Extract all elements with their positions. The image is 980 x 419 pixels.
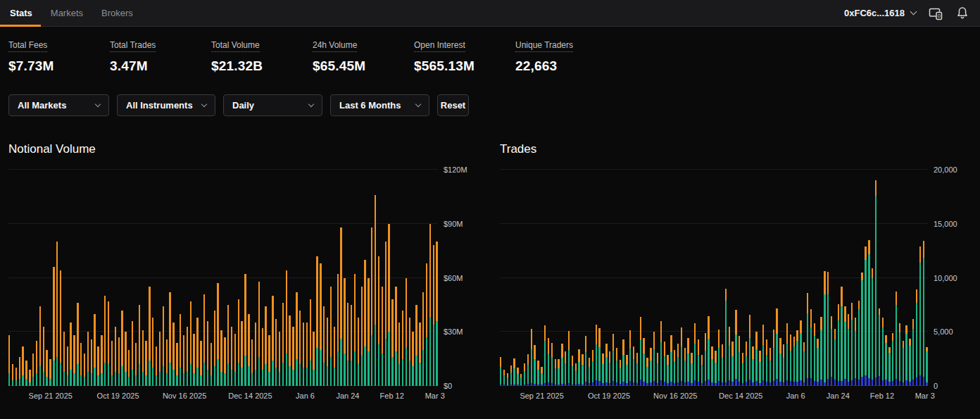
bar[interactable] [265, 170, 266, 386]
bar[interactable] [705, 170, 706, 386]
bar[interactable] [80, 170, 82, 386]
bar[interactable] [43, 170, 44, 386]
bar[interactable] [91, 170, 92, 386]
bar[interactable] [885, 170, 886, 386]
bar[interactable] [585, 170, 586, 386]
bar[interactable] [882, 170, 884, 386]
bar[interactable] [814, 170, 815, 386]
bar[interactable] [70, 170, 71, 386]
bar[interactable] [701, 170, 703, 386]
bar[interactable] [551, 170, 553, 386]
bar[interactable] [203, 170, 205, 386]
bar[interactable] [323, 170, 325, 386]
bar[interactable] [310, 170, 311, 386]
bar[interactable] [892, 170, 893, 386]
bar[interactable] [238, 170, 239, 386]
interval-filter-dropdown[interactable]: Daily [223, 94, 322, 116]
bar[interactable] [578, 170, 579, 386]
bar[interactable] [149, 170, 150, 386]
bar[interactable] [388, 170, 389, 386]
bar[interactable] [378, 170, 379, 386]
bar[interactable] [561, 170, 563, 386]
bar[interactable] [643, 170, 644, 386]
bar[interactable] [8, 170, 10, 386]
bar[interactable] [537, 170, 539, 386]
bar[interactable] [722, 170, 723, 386]
bar[interactable] [375, 170, 376, 386]
bar[interactable] [67, 170, 68, 386]
bar[interactable] [94, 170, 95, 386]
bar[interactable] [596, 170, 597, 386]
bar[interactable] [923, 170, 924, 386]
bar[interactable] [87, 170, 89, 386]
bar[interactable] [77, 170, 78, 386]
bar[interactable] [371, 170, 372, 386]
bar[interactable] [749, 170, 750, 386]
devices-icon[interactable]: 0 [929, 6, 943, 20]
bar[interactable] [865, 170, 866, 386]
bar[interactable] [56, 170, 58, 386]
bar[interactable] [361, 170, 363, 386]
bar[interactable] [159, 170, 161, 386]
markets-filter-dropdown[interactable]: All Markets [8, 94, 109, 116]
bar[interactable] [316, 170, 318, 386]
bar[interactable] [415, 170, 417, 386]
bar[interactable] [282, 170, 284, 386]
bar[interactable] [262, 170, 263, 386]
bar[interactable] [796, 170, 798, 386]
bar[interactable] [602, 170, 603, 386]
bar[interactable] [125, 170, 126, 386]
bar[interactable] [729, 170, 730, 386]
bar[interactable] [650, 170, 651, 386]
tab-stats[interactable]: Stats [10, 0, 32, 26]
bar[interactable] [391, 170, 393, 386]
bar[interactable] [616, 170, 617, 386]
date-range-filter-dropdown[interactable]: Last 6 Months [330, 94, 429, 116]
bar[interactable] [25, 170, 27, 386]
bar[interactable] [731, 170, 733, 386]
bar[interactable] [773, 170, 774, 386]
bar[interactable] [534, 170, 535, 386]
wallet-address-button[interactable]: 0xFC6c...1618 [844, 8, 916, 18]
bar[interactable] [524, 170, 525, 386]
bar[interactable] [163, 170, 164, 386]
bar[interactable] [755, 170, 757, 386]
bar[interactable] [670, 170, 672, 386]
bar[interactable] [139, 170, 140, 386]
bar[interactable] [53, 170, 54, 386]
bar[interactable] [231, 170, 232, 386]
bar[interactable] [708, 170, 709, 386]
bar[interactable] [803, 170, 805, 386]
bar[interactable] [12, 170, 13, 386]
bar[interactable] [111, 170, 113, 386]
bar[interactable] [629, 170, 631, 386]
bar[interactable] [436, 170, 437, 386]
bar[interactable] [19, 170, 20, 386]
bar[interactable] [402, 170, 403, 386]
bar[interactable] [121, 170, 122, 386]
bar[interactable] [667, 170, 668, 386]
bar[interactable] [275, 170, 277, 386]
bar[interactable] [827, 170, 829, 386]
instruments-filter-dropdown[interactable]: All Instruments [117, 94, 215, 116]
bar[interactable] [255, 170, 256, 386]
bar[interactable] [752, 170, 753, 386]
bar[interactable] [868, 170, 869, 386]
bar[interactable] [433, 170, 434, 386]
bar[interactable] [899, 170, 900, 386]
bar[interactable] [340, 170, 341, 386]
bar[interactable] [844, 170, 846, 386]
bar[interactable] [351, 170, 352, 386]
stat-label[interactable]: 24h Volume [313, 40, 357, 52]
bar[interactable] [385, 170, 387, 386]
bar[interactable] [905, 170, 907, 386]
bar[interactable] [800, 170, 801, 386]
bar[interactable] [313, 170, 314, 386]
bar[interactable] [503, 170, 505, 386]
bar[interactable] [500, 170, 501, 386]
bar[interactable] [746, 170, 747, 386]
bar[interactable] [598, 170, 600, 386]
bar[interactable] [694, 170, 696, 386]
bar[interactable] [286, 170, 287, 386]
bar[interactable] [354, 170, 356, 386]
